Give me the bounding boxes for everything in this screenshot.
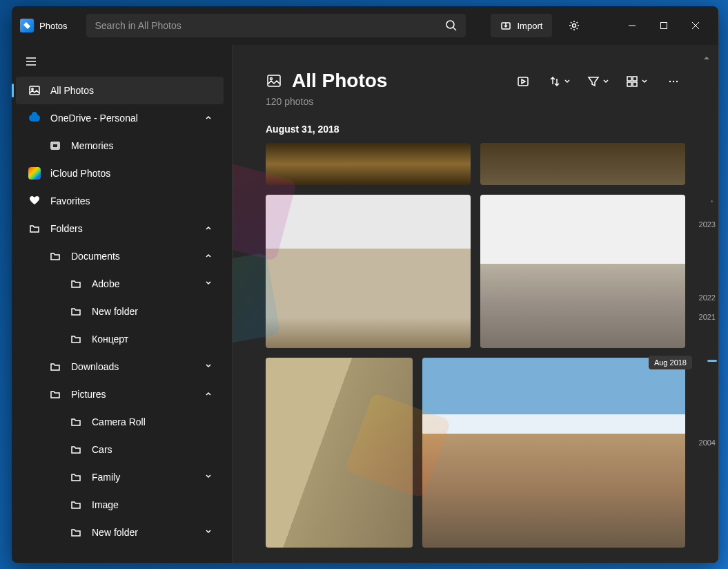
grid-icon <box>626 75 638 88</box>
photo-icon <box>28 84 41 97</box>
chevron-down-icon[interactable] <box>204 279 214 289</box>
slideshow-button[interactable] <box>511 70 535 93</box>
photo-thumbnail[interactable] <box>266 143 471 185</box>
sidebar-item-adobe[interactable]: Adobe <box>16 270 224 298</box>
sidebar-item-favorites[interactable]: Favorites <box>16 187 224 215</box>
photo-thumbnail[interactable] <box>422 358 685 548</box>
timeline-scrubber[interactable]: 2023 2022 2021 Aug 2018 2004 <box>695 45 718 563</box>
timeline-year[interactable]: 2023 <box>699 220 716 229</box>
memories-icon <box>49 139 61 152</box>
sort-button[interactable] <box>546 70 573 93</box>
chevron-down-icon <box>564 78 571 85</box>
sidebar: All Photos OneDrive - Personal Memories … <box>12 45 233 563</box>
page-subtitle: 120 photos <box>266 96 387 107</box>
sidebar-item-cars[interactable]: Cars <box>16 436 224 463</box>
chevron-up-icon[interactable] <box>204 389 214 399</box>
more-icon <box>667 75 680 88</box>
sidebar-item-cameraroll[interactable]: Camera Roll <box>16 408 224 436</box>
sidebar-item-newfolder[interactable]: New folder <box>16 298 224 325</box>
sidebar-item-documents[interactable]: Documents <box>16 242 224 270</box>
search-input[interactable] <box>95 20 445 31</box>
photo-thumbnail[interactable] <box>480 195 685 348</box>
gear-icon <box>568 19 580 32</box>
sidebar-item-downloads[interactable]: Downloads <box>16 353 224 380</box>
folder-icon <box>70 305 82 318</box>
chevron-down-icon[interactable] <box>204 362 214 372</box>
timeline-year[interactable]: 2004 <box>699 438 716 447</box>
sidebar-item-icloud[interactable]: iCloud Photos <box>16 160 224 187</box>
filter-button[interactable] <box>584 70 612 93</box>
timeline-year[interactable]: 2021 <box>699 313 716 321</box>
svg-rect-5 <box>661 23 667 29</box>
sidebar-item-label: Концерт <box>92 334 214 345</box>
sidebar-item-pictures[interactable]: Pictures <box>16 380 224 408</box>
timeline-current-badge: Aug 2018 <box>649 356 692 369</box>
sidebar-item-label: Documents <box>71 251 195 262</box>
app-title: Photos <box>39 21 67 31</box>
search-icon[interactable] <box>445 19 458 32</box>
search-box[interactable] <box>86 14 466 37</box>
sidebar-item-newfolder2[interactable]: New folder <box>16 519 224 546</box>
close-button[interactable] <box>680 15 711 37</box>
sidebar-item-label: OneDrive - Personal <box>50 113 195 124</box>
import-button[interactable]: Import <box>491 14 552 37</box>
chevron-up-icon[interactable] <box>204 113 214 123</box>
sidebar-item-onedrive[interactable]: OneDrive - Personal <box>16 104 224 132</box>
timeline-up-button[interactable] <box>699 50 714 66</box>
sort-icon <box>549 75 561 88</box>
sidebar-item-label: Cars <box>92 444 214 455</box>
svg-point-22 <box>669 81 671 82</box>
timeline-year[interactable]: 2022 <box>699 293 716 302</box>
layout-button[interactable] <box>623 70 651 93</box>
photo-grid <box>266 143 685 548</box>
sidebar-item-concert[interactable]: Концерт <box>16 325 224 353</box>
sidebar-item-label: iCloud Photos <box>50 168 214 179</box>
svg-rect-20 <box>627 82 631 86</box>
import-icon <box>500 20 511 31</box>
settings-button[interactable] <box>560 12 588 39</box>
chevron-up-icon[interactable] <box>204 251 214 261</box>
sidebar-item-label: Pictures <box>71 389 195 400</box>
folder-icon <box>70 499 82 511</box>
chevron-down-icon <box>641 78 648 85</box>
chevron-down-icon[interactable] <box>204 528 214 537</box>
more-button[interactable] <box>662 70 685 93</box>
page-header: All Photos 120 photos <box>266 70 685 107</box>
svg-point-3 <box>573 24 576 28</box>
folder-icon <box>49 250 61 262</box>
svg-rect-11 <box>30 86 39 95</box>
sidebar-item-all-photos[interactable]: All Photos <box>16 77 224 104</box>
sidebar-item-image[interactable]: Image <box>16 491 224 519</box>
svg-point-12 <box>32 88 33 90</box>
sidebar-item-label: Favorites <box>50 195 214 206</box>
photo-thumbnail[interactable] <box>266 358 413 548</box>
body-area: All Photos OneDrive - Personal Memories … <box>12 45 718 563</box>
hamburger-icon <box>26 56 37 67</box>
sidebar-item-label: Memories <box>71 140 214 151</box>
chevron-down-icon <box>602 78 609 85</box>
folder-icon <box>70 443 82 456</box>
folder-icon <box>28 222 41 235</box>
maximize-button[interactable] <box>648 15 680 37</box>
svg-rect-21 <box>633 82 637 86</box>
import-label: Import <box>517 21 542 31</box>
sidebar-item-label: All Photos <box>50 85 214 96</box>
onedrive-icon <box>28 112 41 124</box>
photo-thumbnail[interactable] <box>480 143 685 185</box>
titlebar: Photos Import <box>12 6 718 45</box>
chevron-up-icon[interactable] <box>204 224 214 233</box>
chevron-down-icon[interactable] <box>204 472 214 482</box>
folder-icon <box>70 526 82 539</box>
sidebar-item-memories[interactable]: Memories <box>16 132 224 160</box>
svg-rect-17 <box>518 77 528 86</box>
sidebar-item-family[interactable]: Family <box>16 463 224 491</box>
folder-icon <box>49 388 61 401</box>
main-content: All Photos 120 photos August 31, 2018 <box>233 45 718 563</box>
hamburger-button[interactable] <box>17 49 45 74</box>
minimize-button[interactable] <box>616 15 648 37</box>
app-icon <box>20 19 34 32</box>
svg-rect-19 <box>633 77 637 81</box>
svg-line-1 <box>453 28 456 30</box>
photo-thumbnail[interactable] <box>266 195 471 348</box>
sidebar-item-folders[interactable]: Folders <box>16 215 224 242</box>
